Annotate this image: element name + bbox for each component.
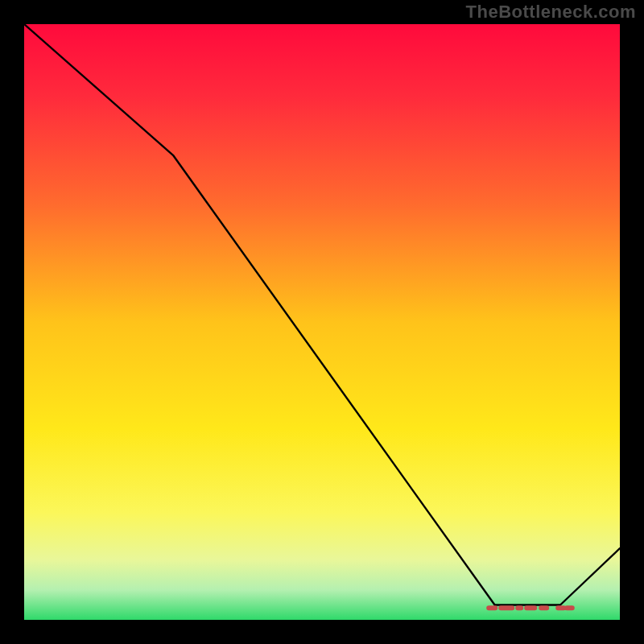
svg-rect-0 (24, 24, 620, 620)
background-gradient (24, 24, 620, 620)
plot-area (24, 24, 620, 620)
chart-stage: TheBottleneck.com (0, 0, 644, 644)
watermark-text: TheBottleneck.com (466, 2, 636, 23)
